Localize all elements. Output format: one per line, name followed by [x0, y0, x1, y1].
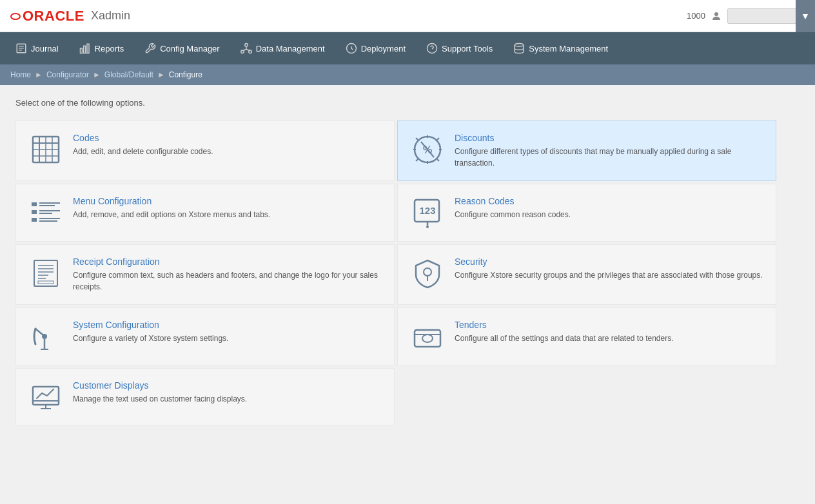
nav-data-management[interactable]: Data Management — [230, 32, 335, 64]
nav-data-label: Data Management — [256, 44, 325, 53]
option-receipt-configuration[interactable]: Receipt Configuration Configure common t… — [15, 244, 395, 305]
option-security[interactable]: Security Configure Xstore security group… — [397, 244, 776, 305]
nav-config-label: Config Manager — [160, 44, 220, 53]
receipt-config-title[interactable]: Receipt Configuration — [73, 257, 381, 267]
system-config-title[interactable]: System Configuration — [73, 320, 381, 330]
nav-system-management[interactable]: System Management — [503, 32, 618, 64]
nav-deployment[interactable]: Deployment — [335, 32, 416, 64]
support-icon — [426, 43, 438, 54]
main-content: Select one of the following options. Cod… — [0, 85, 815, 439]
reason-codes-icon: 123 — [411, 196, 444, 229]
svg-line-12 — [242, 50, 246, 51]
empty-cell — [397, 368, 776, 426]
svg-point-8 — [244, 44, 248, 47]
nav-reports[interactable]: Reports — [69, 32, 135, 64]
breadcrumb-home[interactable]: Home — [10, 70, 31, 79]
tenders-desc: Configure all of the settings and data t… — [455, 333, 763, 344]
nav-deployment-label: Deployment — [361, 44, 406, 53]
breadcrumb-sep-3: ► — [157, 70, 165, 79]
svg-line-13 — [246, 50, 250, 51]
svg-point-17 — [515, 44, 524, 47]
option-codes[interactable]: Codes Add, edit, and delete configurable… — [15, 121, 395, 181]
svg-rect-43 — [39, 218, 60, 219]
svg-rect-60 — [415, 330, 440, 347]
nav-journal-label: Journal — [31, 44, 59, 53]
codes-title[interactable]: Codes — [73, 133, 381, 143]
option-customer-displays[interactable]: Customer Displays Manage the text used o… — [15, 368, 395, 426]
menu-config-title[interactable]: Menu Configuration — [73, 196, 381, 206]
breadcrumb-bar: Home ► Configurator ► Global/Default ► C… — [0, 64, 815, 85]
nav-support-tools[interactable]: Support Tools — [416, 32, 503, 64]
breadcrumb-sep-2: ► — [93, 70, 101, 79]
breadcrumb-configure: Configure — [169, 70, 202, 79]
option-menu-configuration[interactable]: Menu Configuration Add, remove, and edit… — [15, 184, 395, 242]
breadcrumb-sep-1: ► — [35, 70, 43, 79]
data-icon — [241, 43, 252, 54]
reports-icon — [79, 43, 91, 54]
tenders-title[interactable]: Tenders — [455, 320, 763, 330]
user-icon — [711, 10, 722, 22]
menu-config-desc: Add, remove, and edit options on Xstore … — [73, 209, 381, 220]
svg-rect-40 — [39, 210, 60, 211]
nav-reports-label: Reports — [95, 44, 124, 53]
system-config-icon — [29, 320, 63, 353]
discounts-title[interactable]: Discounts — [455, 133, 763, 143]
dropdown-arrow-button[interactable]: ▼ — [796, 0, 815, 32]
reason-codes-text: Reason Codes Configure common reason cod… — [455, 196, 763, 220]
svg-line-33 — [437, 159, 439, 161]
nav-config-manager[interactable]: Config Manager — [134, 32, 230, 64]
svg-rect-55 — [38, 281, 54, 284]
svg-rect-38 — [39, 205, 55, 206]
option-discounts[interactable]: % Discounts Configure different types of… — [397, 121, 776, 181]
receipt-config-desc: Configure common text, such as headers a… — [73, 269, 381, 293]
security-text: Security Configure Xstore security group… — [455, 257, 763, 281]
customer-displays-title[interactable]: Customer Displays — [73, 380, 381, 391]
discounts-text: Discounts Configure different types of d… — [455, 133, 763, 169]
security-title[interactable]: Security — [455, 257, 763, 267]
reason-codes-desc: Configure common reason codes. — [455, 209, 763, 220]
svg-line-35 — [416, 159, 418, 161]
option-reason-codes[interactable]: 123 Reason Codes Configure common reason… — [397, 184, 776, 242]
options-grid: Codes Add, edit, and delete configurable… — [15, 121, 776, 426]
menu-config-text: Menu Configuration Add, remove, and edit… — [73, 196, 381, 220]
tenders-icon — [411, 320, 444, 353]
discounts-icon: % — [411, 133, 444, 166]
customer-displays-text: Customer Displays Manage the text used o… — [73, 380, 381, 405]
svg-rect-5 — [80, 48, 82, 53]
config-icon — [144, 43, 156, 54]
menu-icon — [29, 196, 63, 229]
oracle-logo: ORACLE — [10, 8, 84, 24]
system-config-desc: Configure a variety of Xstore system set… — [73, 333, 381, 344]
option-tenders[interactable]: Tenders Configure all of the settings an… — [397, 307, 776, 365]
breadcrumb-global-default[interactable]: Global/Default — [104, 70, 153, 79]
customer-displays-desc: Manage the text used on customer facing … — [73, 393, 381, 405]
app-title: Xadmin — [91, 9, 130, 23]
oracle-wordmark: ORACLE — [10, 8, 84, 24]
svg-point-61 — [422, 334, 433, 342]
system-icon — [513, 43, 525, 54]
svg-rect-44 — [39, 220, 57, 222]
svg-line-34 — [437, 138, 439, 140]
svg-point-56 — [424, 268, 431, 276]
codes-text: Codes Add, edit, and delete configurable… — [73, 133, 381, 157]
nav-support-label: Support Tools — [442, 44, 493, 53]
receipt-icon — [29, 257, 63, 290]
svg-rect-37 — [39, 202, 60, 204]
tenders-text: Tenders Configure all of the settings an… — [455, 320, 763, 344]
customer-displays-icon — [29, 380, 63, 414]
option-system-configuration[interactable]: System Configuration Configure a variety… — [15, 307, 395, 365]
svg-rect-36 — [32, 202, 37, 206]
reason-codes-title[interactable]: Reason Codes — [455, 196, 763, 206]
system-config-text: System Configuration Configure a variety… — [73, 320, 381, 344]
nav-system-label: System Management — [529, 44, 608, 53]
breadcrumb-configurator[interactable]: Configurator — [46, 70, 89, 79]
journal-icon — [15, 43, 27, 54]
nav-journal[interactable]: Journal — [5, 32, 69, 64]
svg-rect-41 — [39, 213, 52, 214]
user-search-input[interactable] — [727, 8, 805, 24]
top-right-area: 1000 — [687, 8, 805, 24]
user-id: 1000 — [687, 11, 705, 21]
svg-line-32 — [416, 138, 418, 140]
svg-rect-7 — [87, 44, 89, 53]
codes-icon — [29, 133, 63, 166]
